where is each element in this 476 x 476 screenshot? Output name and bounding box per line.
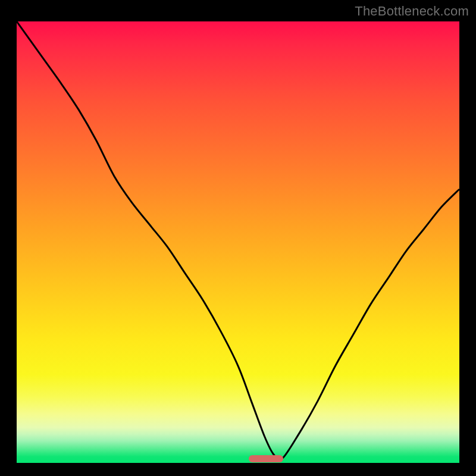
curve-svg — [17, 21, 459, 463]
optimum-marker — [249, 455, 283, 462]
chart-container: TheBottleneck.com — [0, 0, 476, 476]
watermark-text: TheBottleneck.com — [355, 4, 469, 19]
curve-path — [17, 21, 459, 460]
plot-area — [17, 21, 459, 463]
